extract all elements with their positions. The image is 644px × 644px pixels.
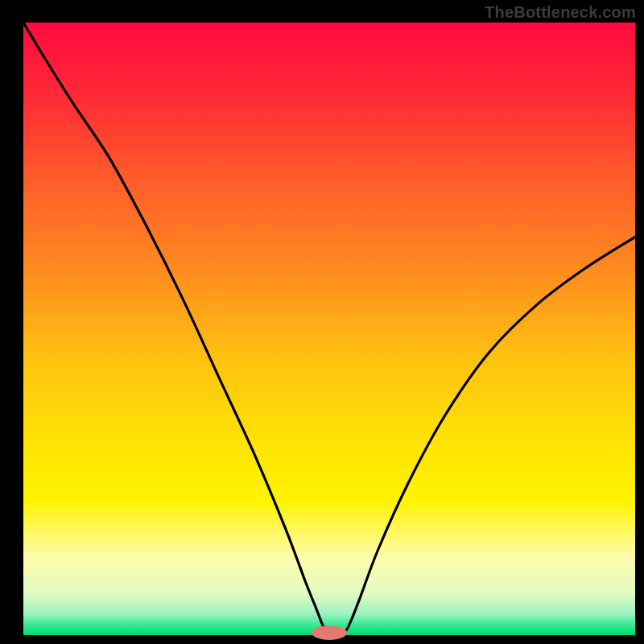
- bottleneck-chart: [0, 0, 644, 644]
- optimal-marker: [312, 625, 347, 640]
- chart-stage: TheBottleneck.com: [0, 0, 644, 644]
- plot-area: [23, 23, 635, 635]
